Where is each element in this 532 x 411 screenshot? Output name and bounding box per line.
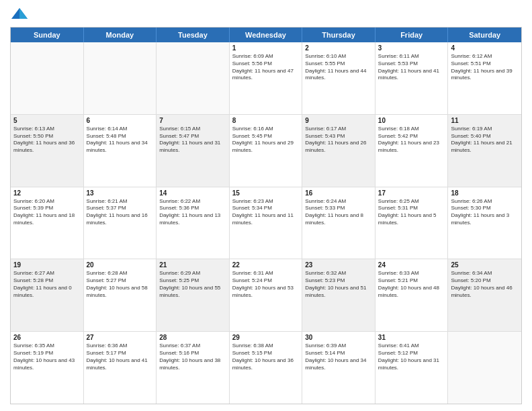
calendar-cell: 19Sunrise: 6:27 AMSunset: 5:28 PMDayligh… xyxy=(11,259,84,331)
day-number: 15 xyxy=(232,189,300,197)
day-number: 13 xyxy=(87,189,154,197)
cell-info: Sunrise: 6:26 AMSunset: 5:30 PMDaylight:… xyxy=(451,198,519,227)
weekday-header: Sunday xyxy=(11,28,84,42)
calendar-row: 1Sunrise: 6:09 AMSunset: 5:56 PMDaylight… xyxy=(11,42,521,115)
calendar-cell: 5Sunrise: 6:13 AMSunset: 5:50 PMDaylight… xyxy=(11,115,84,187)
calendar-cell: 24Sunrise: 6:33 AMSunset: 5:21 PMDayligh… xyxy=(375,259,449,331)
svg-marker-1 xyxy=(19,8,28,19)
calendar-cell: 21Sunrise: 6:29 AMSunset: 5:25 PMDayligh… xyxy=(157,259,230,331)
calendar-cell: 17Sunrise: 6:25 AMSunset: 5:31 PMDayligh… xyxy=(375,187,449,259)
cell-info: Sunrise: 6:17 AMSunset: 5:43 PMDaylight:… xyxy=(305,126,372,154)
cell-info: Sunrise: 6:32 AMSunset: 5:23 PMDaylight:… xyxy=(305,270,372,299)
calendar-cell: 2Sunrise: 6:10 AMSunset: 5:55 PMDaylight… xyxy=(302,42,375,114)
calendar-cell: 22Sunrise: 6:31 AMSunset: 5:24 PMDayligh… xyxy=(230,259,303,331)
calendar-cell: 11Sunrise: 6:19 AMSunset: 5:40 PMDayligh… xyxy=(448,115,521,187)
cell-info: Sunrise: 6:23 AMSunset: 5:34 PMDaylight:… xyxy=(232,198,300,227)
day-number: 21 xyxy=(159,261,226,269)
day-number: 31 xyxy=(378,334,445,341)
weekday-header: Wednesday xyxy=(230,28,303,42)
calendar-cell: 16Sunrise: 6:24 AMSunset: 5:33 PMDayligh… xyxy=(302,187,375,259)
logo-icon xyxy=(10,7,29,21)
cell-info: Sunrise: 6:24 AMSunset: 5:33 PMDaylight:… xyxy=(305,198,372,227)
weekday-header: Thursday xyxy=(302,28,375,42)
day-number: 7 xyxy=(159,117,226,124)
day-number: 11 xyxy=(451,117,519,124)
day-number: 28 xyxy=(159,334,226,341)
calendar-row: 5Sunrise: 6:13 AMSunset: 5:50 PMDaylight… xyxy=(11,115,521,187)
cell-info: Sunrise: 6:37 AMSunset: 5:16 PMDaylight:… xyxy=(159,342,226,371)
calendar-cell: 31Sunrise: 6:41 AMSunset: 5:12 PMDayligh… xyxy=(375,332,449,404)
weekday-header: Saturday xyxy=(448,28,521,42)
day-number: 25 xyxy=(451,261,519,269)
cell-info: Sunrise: 6:10 AMSunset: 5:55 PMDaylight:… xyxy=(305,53,372,82)
calendar-cell: 25Sunrise: 6:34 AMSunset: 5:20 PMDayligh… xyxy=(448,259,521,331)
cell-info: Sunrise: 6:09 AMSunset: 5:56 PMDaylight:… xyxy=(232,53,300,82)
calendar-cell: 14Sunrise: 6:22 AMSunset: 5:36 PMDayligh… xyxy=(157,187,230,259)
page: SundayMondayTuesdayWednesdayThursdayFrid… xyxy=(0,0,532,411)
weekday-header: Tuesday xyxy=(157,28,230,42)
calendar-cell: 12Sunrise: 6:20 AMSunset: 5:39 PMDayligh… xyxy=(11,187,84,259)
cell-info: Sunrise: 6:16 AMSunset: 5:45 PMDaylight:… xyxy=(232,126,300,154)
day-number: 27 xyxy=(87,334,154,341)
day-number: 3 xyxy=(378,44,445,52)
day-number: 29 xyxy=(232,334,300,341)
calendar-cell: 28Sunrise: 6:37 AMSunset: 5:16 PMDayligh… xyxy=(157,332,230,404)
day-number: 30 xyxy=(305,334,372,341)
calendar-body: 1Sunrise: 6:09 AMSunset: 5:56 PMDaylight… xyxy=(11,42,521,404)
calendar-row: 12Sunrise: 6:20 AMSunset: 5:39 PMDayligh… xyxy=(11,187,521,260)
calendar-cell xyxy=(448,332,521,404)
cell-info: Sunrise: 6:27 AMSunset: 5:28 PMDaylight:… xyxy=(13,270,81,299)
logo xyxy=(10,7,32,21)
calendar-cell: 20Sunrise: 6:28 AMSunset: 5:27 PMDayligh… xyxy=(84,259,157,331)
cell-info: Sunrise: 6:33 AMSunset: 5:21 PMDaylight:… xyxy=(378,270,445,299)
header xyxy=(10,7,522,21)
weekday-header: Friday xyxy=(375,28,449,42)
cell-info: Sunrise: 6:38 AMSunset: 5:15 PMDaylight:… xyxy=(232,342,300,371)
calendar-cell: 7Sunrise: 6:15 AMSunset: 5:47 PMDaylight… xyxy=(157,115,230,187)
day-number: 23 xyxy=(305,261,372,269)
calendar-cell: 1Sunrise: 6:09 AMSunset: 5:56 PMDaylight… xyxy=(230,42,303,114)
calendar-row: 26Sunrise: 6:35 AMSunset: 5:19 PMDayligh… xyxy=(11,332,521,404)
cell-info: Sunrise: 6:12 AMSunset: 5:51 PMDaylight:… xyxy=(451,53,519,82)
calendar-cell: 18Sunrise: 6:26 AMSunset: 5:30 PMDayligh… xyxy=(448,187,521,259)
cell-info: Sunrise: 6:11 AMSunset: 5:53 PMDaylight:… xyxy=(378,53,445,82)
calendar-cell xyxy=(157,42,230,114)
calendar-cell: 15Sunrise: 6:23 AMSunset: 5:34 PMDayligh… xyxy=(230,187,303,259)
calendar-cell: 10Sunrise: 6:18 AMSunset: 5:42 PMDayligh… xyxy=(375,115,449,187)
calendar-cell: 3Sunrise: 6:11 AMSunset: 5:53 PMDaylight… xyxy=(375,42,449,114)
day-number: 16 xyxy=(305,189,372,197)
day-number: 2 xyxy=(305,44,372,52)
calendar-cell: 23Sunrise: 6:32 AMSunset: 5:23 PMDayligh… xyxy=(302,259,375,331)
day-number: 1 xyxy=(232,44,300,52)
day-number: 14 xyxy=(159,189,226,197)
day-number: 9 xyxy=(305,117,372,124)
day-number: 22 xyxy=(232,261,300,269)
day-number: 4 xyxy=(451,44,519,52)
cell-info: Sunrise: 6:20 AMSunset: 5:39 PMDaylight:… xyxy=(13,198,81,227)
calendar-cell xyxy=(11,42,84,114)
cell-info: Sunrise: 6:39 AMSunset: 5:14 PMDaylight:… xyxy=(305,342,372,371)
cell-info: Sunrise: 6:25 AMSunset: 5:31 PMDaylight:… xyxy=(378,198,445,227)
day-number: 6 xyxy=(87,117,154,124)
calendar-header: SundayMondayTuesdayWednesdayThursdayFrid… xyxy=(11,28,521,42)
calendar: SundayMondayTuesdayWednesdayThursdayFrid… xyxy=(10,27,522,404)
cell-info: Sunrise: 6:29 AMSunset: 5:25 PMDaylight:… xyxy=(159,270,226,299)
cell-info: Sunrise: 6:41 AMSunset: 5:12 PMDaylight:… xyxy=(378,342,445,371)
day-number: 8 xyxy=(232,117,300,124)
calendar-row: 19Sunrise: 6:27 AMSunset: 5:28 PMDayligh… xyxy=(11,259,521,332)
cell-info: Sunrise: 6:36 AMSunset: 5:17 PMDaylight:… xyxy=(87,342,154,371)
cell-info: Sunrise: 6:15 AMSunset: 5:47 PMDaylight:… xyxy=(159,126,226,154)
cell-info: Sunrise: 6:22 AMSunset: 5:36 PMDaylight:… xyxy=(159,198,226,227)
cell-info: Sunrise: 6:21 AMSunset: 5:37 PMDaylight:… xyxy=(87,198,154,227)
weekday-header: Monday xyxy=(84,28,157,42)
day-number: 19 xyxy=(13,261,81,269)
cell-info: Sunrise: 6:14 AMSunset: 5:48 PMDaylight:… xyxy=(87,126,154,154)
day-number: 10 xyxy=(378,117,445,124)
calendar-cell: 27Sunrise: 6:36 AMSunset: 5:17 PMDayligh… xyxy=(84,332,157,404)
cell-info: Sunrise: 6:18 AMSunset: 5:42 PMDaylight:… xyxy=(378,126,445,154)
day-number: 20 xyxy=(87,261,154,269)
calendar-cell: 8Sunrise: 6:16 AMSunset: 5:45 PMDaylight… xyxy=(230,115,303,187)
cell-info: Sunrise: 6:35 AMSunset: 5:19 PMDaylight:… xyxy=(13,342,81,371)
cell-info: Sunrise: 6:19 AMSunset: 5:40 PMDaylight:… xyxy=(451,126,519,154)
calendar-cell: 9Sunrise: 6:17 AMSunset: 5:43 PMDaylight… xyxy=(302,115,375,187)
